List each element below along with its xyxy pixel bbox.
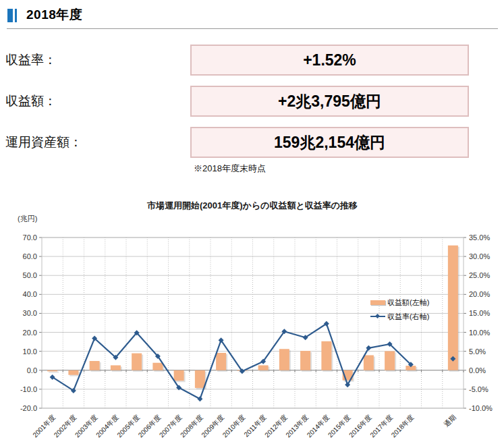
metric-label-return-amount: 収益額： bbox=[5, 86, 188, 117]
left-axis-tick-label: 30.0 bbox=[23, 309, 37, 317]
header-accent-bar-thin bbox=[15, 9, 17, 22]
bar-2002年度 bbox=[68, 370, 78, 375]
metric-value-return-amount: +2兆3,795億円 bbox=[190, 86, 469, 117]
bar-2006年度 bbox=[152, 363, 163, 370]
bar-2007年度 bbox=[174, 370, 184, 381]
left-axis-tick-label: -20.0 bbox=[20, 404, 37, 412]
right-axis-tick-label: 5.0% bbox=[469, 347, 486, 356]
bar-2014年度 bbox=[321, 341, 331, 370]
x-axis-label: 2018年度 bbox=[390, 414, 416, 439]
x-axis-labels: 2001年度2002年度2003年度2004年度2005年度2006年度2007… bbox=[31, 414, 457, 439]
left-axis-tick-label: 20.0 bbox=[23, 329, 37, 337]
legend-item-return-amount: 収益額(左軸) bbox=[370, 298, 429, 307]
x-axis-label: 2010年度 bbox=[221, 414, 247, 439]
left-axis-tick-label: 50.0 bbox=[23, 271, 37, 279]
left-axis-tick-label: 0.0 bbox=[27, 366, 37, 374]
left-axis-tick-label: 60.0 bbox=[23, 252, 37, 260]
header-accent-bar-thick bbox=[7, 9, 13, 22]
as-of-date-note: ※2018年度末時点 bbox=[194, 163, 266, 175]
legend-item-return-rate: 収益率(右軸) bbox=[370, 312, 429, 321]
bar-2016年度 bbox=[364, 355, 374, 370]
page-title: 2018年度 bbox=[26, 6, 82, 24]
bar-2009年度 bbox=[216, 353, 226, 370]
right-axis-tick-label: 30.0% bbox=[469, 252, 490, 260]
bar-2004年度 bbox=[111, 365, 121, 370]
right-axis-tick-label: 15.0% bbox=[469, 309, 490, 317]
right-axis-tick-label: -10.0% bbox=[469, 404, 493, 412]
bar-2003年度 bbox=[90, 361, 100, 370]
bar-2005年度 bbox=[132, 354, 142, 370]
bar-2001年度 bbox=[47, 370, 57, 372]
bar-swatch-icon bbox=[370, 300, 385, 305]
left-axis-tick-label: 70.0 bbox=[23, 233, 37, 242]
right-axis-tick-label: -5.0% bbox=[469, 385, 488, 393]
line-swatch-icon bbox=[370, 314, 385, 319]
zero-axis-ticks bbox=[42, 370, 464, 372]
chart-title: 市場運用開始(2001年度)からの収益額と収益率の推移 bbox=[41, 200, 464, 212]
left-axis-tick-label: 40.0 bbox=[23, 290, 37, 298]
left-axis-tick-label: 10.0 bbox=[23, 347, 37, 356]
metric-value-return-rate: +1.52% bbox=[190, 45, 469, 76]
bar-2011年度 bbox=[258, 365, 269, 370]
bar-2008年度 bbox=[195, 370, 205, 388]
header-divider bbox=[7, 28, 498, 29]
legend-label: 収益額(左軸) bbox=[387, 298, 429, 308]
combo-chart-canvas: -20.0-10.0%-10.0-5.0%0.00.0%10.05.0%20.0… bbox=[0, 223, 504, 448]
right-axis-tick-label: 35.0% bbox=[469, 233, 490, 242]
legend-label: 収益率(右軸) bbox=[387, 312, 429, 322]
left-axis-tick-label: -10.0 bbox=[20, 385, 37, 393]
bar-2013年度 bbox=[300, 351, 310, 370]
metric-label-return-rate: 収益率： bbox=[5, 45, 188, 76]
right-axis-tick-label: 20.0% bbox=[469, 290, 490, 298]
metric-label-total-assets: 運用資産額： bbox=[5, 127, 188, 158]
metric-value-total-assets: 159兆2,154億円 bbox=[190, 127, 469, 158]
chart-legend: 収益額(左軸) 収益率(右軸) bbox=[370, 298, 429, 321]
bar-通期 bbox=[448, 246, 458, 370]
bar-2012年度 bbox=[279, 349, 289, 370]
bar-2017年度 bbox=[385, 351, 395, 370]
x-axis-label: 通期 bbox=[443, 414, 457, 428]
right-axis-tick-label: 10.0% bbox=[469, 329, 490, 337]
right-axis-tick-label: 25.0% bbox=[469, 271, 490, 279]
right-axis-tick-label: 0.0% bbox=[469, 366, 486, 374]
